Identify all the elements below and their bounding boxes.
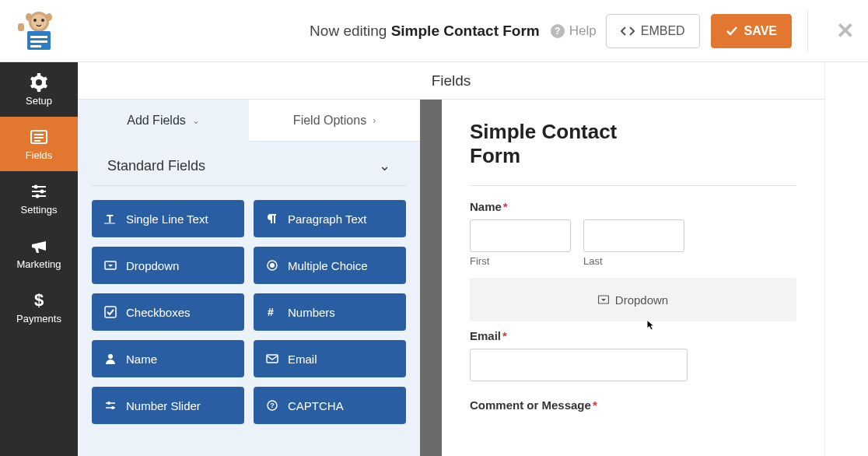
svg-point-16 bbox=[34, 184, 38, 188]
gear-icon bbox=[30, 73, 48, 92]
first-sublabel: First bbox=[470, 255, 571, 267]
svg-rect-27 bbox=[105, 307, 116, 317]
wpforms-logo-icon bbox=[12, 8, 66, 54]
drop-label: Dropdown bbox=[615, 293, 668, 307]
check-icon bbox=[726, 26, 738, 37]
help-icon: ? bbox=[551, 24, 565, 38]
sidebar-label: Marketing bbox=[16, 258, 61, 270]
form-preview: Simple Contact Form Name* First Last Dro… bbox=[442, 100, 824, 456]
form-name: Simple Contact Form bbox=[391, 23, 540, 39]
field-palette: Add Fields ⌄ Field Options › Standard Fi… bbox=[78, 100, 420, 456]
cursor-icon bbox=[646, 320, 656, 331]
field-label: Name bbox=[126, 353, 157, 366]
svg-text:#: # bbox=[268, 306, 274, 318]
preview-panel: Simple Contact Form Name* First Last Dro… bbox=[420, 100, 824, 456]
field-grid: TSingle Line Text Paragraph Text Dropdow… bbox=[78, 186, 420, 438]
field-label: Email bbox=[288, 353, 317, 366]
field-email[interactable]: Email bbox=[254, 340, 406, 377]
standard-fields-heading[interactable]: Standard Fields ⌄ bbox=[92, 142, 406, 186]
slider-icon bbox=[104, 399, 117, 412]
section-title-bar: Fields bbox=[78, 62, 824, 100]
sidebar-item-fields[interactable]: Fields bbox=[0, 117, 78, 171]
svg-point-26 bbox=[270, 263, 275, 268]
sidebar-item-settings[interactable]: Settings bbox=[0, 171, 78, 226]
svg-rect-7 bbox=[30, 36, 47, 38]
sidebar-item-marketing[interactable]: Marketing bbox=[0, 226, 78, 280]
label-text: Comment or Message bbox=[470, 398, 591, 412]
last-sublabel: Last bbox=[583, 255, 684, 267]
logo bbox=[0, 8, 78, 54]
field-multiple-choice[interactable]: Multiple Choice bbox=[254, 247, 406, 284]
field-numbers[interactable]: #Numbers bbox=[254, 293, 406, 331]
field-paragraph-text[interactable]: Paragraph Text bbox=[254, 200, 406, 237]
field-label: Paragraph Text bbox=[288, 212, 366, 226]
svg-point-29 bbox=[108, 354, 113, 359]
spacer bbox=[470, 381, 796, 398]
sidebar-label: Settings bbox=[21, 204, 58, 216]
field-label: Number Slider bbox=[126, 399, 201, 412]
header-actions: EMBED SAVE ✕ bbox=[606, 11, 868, 51]
dollar-icon: $ bbox=[30, 291, 48, 310]
svg-point-20 bbox=[36, 194, 40, 198]
app-header: Now editing Simple Contact Form ? Help E… bbox=[0, 0, 868, 62]
label-text: Email bbox=[470, 329, 501, 342]
help-link[interactable]: ? Help bbox=[551, 23, 597, 39]
save-button[interactable]: SAVE bbox=[711, 14, 792, 48]
editing-label: Now editing Simple Contact Form bbox=[310, 23, 540, 40]
main-area: Fields Add Fields ⌄ Field Options › Stan… bbox=[78, 62, 824, 456]
embed-label: EMBED bbox=[641, 24, 685, 38]
code-icon bbox=[621, 26, 635, 37]
field-label: Multiple Choice bbox=[288, 259, 368, 272]
header-title-area: Now editing Simple Contact Form ? Help bbox=[78, 23, 606, 40]
sidebar-nav: Setup Fields Settings Marketing $ Paymen… bbox=[0, 62, 78, 456]
label-text: Name bbox=[470, 200, 502, 213]
captcha-icon: ? bbox=[266, 399, 278, 412]
tab-label: Field Options bbox=[293, 114, 366, 128]
first-name-input[interactable] bbox=[470, 219, 571, 252]
editing-prefix: Now editing bbox=[310, 23, 391, 39]
email-input[interactable] bbox=[470, 349, 688, 381]
svg-point-3 bbox=[41, 19, 44, 22]
mail-icon bbox=[266, 353, 278, 365]
close-button[interactable]: ✕ bbox=[836, 18, 854, 44]
field-single-line-text[interactable]: TSingle Line Text bbox=[92, 200, 244, 237]
field-captcha[interactable]: ?CAPTCHA bbox=[254, 387, 406, 424]
divider bbox=[807, 11, 808, 51]
sidebar-item-payments[interactable]: $ Payments bbox=[0, 280, 78, 335]
field-name[interactable]: Name bbox=[92, 340, 244, 377]
field-dropdown[interactable]: Dropdown bbox=[92, 247, 244, 284]
paragraph-icon bbox=[266, 212, 278, 225]
hash-icon: # bbox=[266, 306, 278, 318]
tab-field-options[interactable]: Field Options › bbox=[249, 100, 420, 142]
divider bbox=[470, 185, 796, 186]
sidebar-label: Fields bbox=[26, 149, 53, 161]
last-name-col: Last bbox=[583, 219, 684, 267]
text-icon: T bbox=[104, 212, 117, 225]
sidebar-item-setup[interactable]: Setup bbox=[0, 62, 78, 117]
svg-rect-30 bbox=[267, 355, 278, 363]
field-label: Single Line Text bbox=[126, 212, 208, 226]
palette-tabs: Add Fields ⌄ Field Options › bbox=[78, 100, 420, 142]
svg-point-34 bbox=[111, 406, 114, 409]
comment-label: Comment or Message* bbox=[470, 398, 796, 412]
required-mark: * bbox=[502, 329, 507, 342]
field-number-slider[interactable]: Number Slider bbox=[92, 387, 244, 424]
section-title: Fields bbox=[432, 72, 471, 89]
field-label: Checkboxes bbox=[126, 306, 191, 319]
radio-icon bbox=[266, 259, 278, 272]
field-label: Numbers bbox=[288, 306, 335, 319]
svg-text:$: $ bbox=[34, 291, 44, 310]
heading-label: Standard Fields bbox=[107, 158, 205, 174]
checkbox-icon bbox=[104, 306, 117, 318]
sliders-icon bbox=[30, 182, 48, 201]
email-label: Email* bbox=[470, 329, 796, 342]
tab-add-fields[interactable]: Add Fields ⌄ bbox=[78, 100, 249, 142]
dropdown-drop-zone[interactable]: Dropdown bbox=[470, 278, 796, 321]
embed-button[interactable]: EMBED bbox=[606, 14, 700, 48]
field-checkboxes[interactable]: Checkboxes bbox=[92, 293, 244, 331]
dropdown-icon bbox=[598, 294, 609, 305]
chevron-down-icon: ⌄ bbox=[192, 115, 200, 126]
svg-point-5 bbox=[46, 13, 52, 21]
dropdown-icon bbox=[104, 259, 117, 272]
last-name-input[interactable] bbox=[583, 219, 684, 252]
